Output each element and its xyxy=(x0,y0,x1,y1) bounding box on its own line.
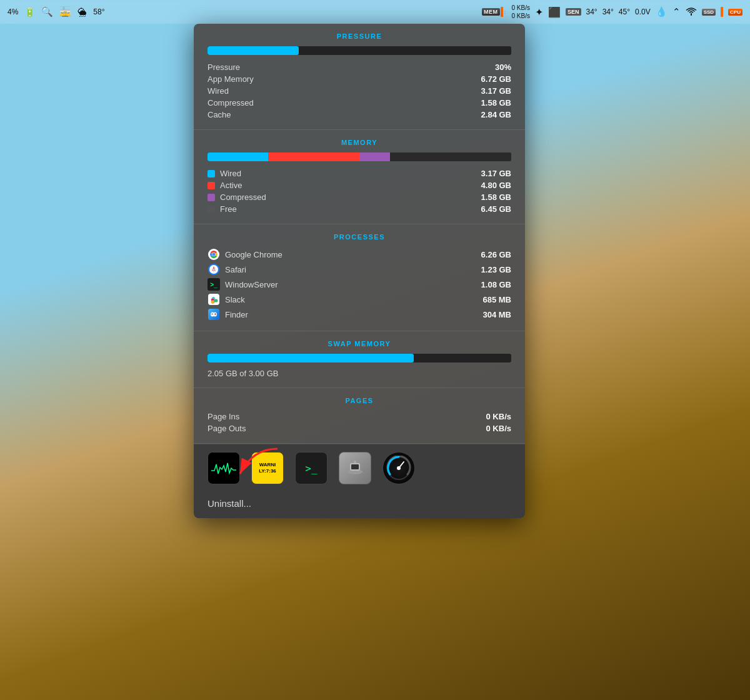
pages-row-ins: Page Ins 0 KB/s xyxy=(208,411,511,422)
uninstall-row: Uninstall... xyxy=(194,492,525,518)
svg-point-15 xyxy=(215,314,216,315)
windowserver-icon: >_ xyxy=(208,278,220,291)
svg-point-21 xyxy=(354,461,356,463)
dock-area: WARNI LY:7:36 >_ xyxy=(194,444,525,492)
temp1: 34° xyxy=(586,8,598,16)
orange-bar xyxy=(721,7,723,17)
pages-row-outs: Page Outs 0 KB/s xyxy=(208,422,511,434)
display-icon: ⬛ xyxy=(548,6,561,18)
process-chrome: Google Chrome 6.26 GB xyxy=(208,247,511,262)
process-slack: Slack 685 MB xyxy=(208,292,511,307)
mem-badge: MEM xyxy=(482,8,500,16)
sen-badge: SEN xyxy=(566,8,581,16)
process-finder: Finder 304 MB xyxy=(208,307,511,322)
swap-label: 2.05 GB of 3.00 GB xyxy=(208,369,278,378)
svg-rect-20 xyxy=(351,464,359,469)
battery-pct: 4% xyxy=(8,8,18,16)
memory-row-active: Active 4.80 GB xyxy=(208,179,511,191)
memory-row-free: Free 6.45 GB xyxy=(208,203,511,215)
wired-dot xyxy=(208,170,215,178)
chrome-icon xyxy=(208,248,220,261)
temp2: 34° xyxy=(602,8,614,16)
ssd-badge: SSD xyxy=(702,9,716,16)
cpu-badge: CPU xyxy=(728,9,742,16)
mem-arrow: ↕ xyxy=(504,9,507,16)
pressure-row-app-memory: App Memory 6.72 GB xyxy=(208,73,511,85)
seg-wired xyxy=(208,152,268,161)
memory-section: MEMORY Wired 3.17 GB Active 4.80 GB Com xyxy=(194,130,525,224)
seg-compressed xyxy=(359,152,390,161)
pages-section: PAGES Page Ins 0 KB/s Page Outs 0 KB/s xyxy=(194,388,525,444)
pressure-row-cache: Cache 2.84 GB xyxy=(208,109,511,121)
pressure-title: PRESSURE xyxy=(208,32,511,40)
svg-point-24 xyxy=(397,466,401,470)
process-safari: Safari 1.23 GB xyxy=(208,262,511,277)
swap-bar-fill xyxy=(208,354,414,362)
pressure-row-pressure: Pressure 30% xyxy=(208,61,511,73)
svg-point-14 xyxy=(212,314,213,315)
svg-point-2 xyxy=(212,253,216,256)
pressure-section: PRESSURE Pressure 30% App Memory 6.72 GB… xyxy=(194,24,525,130)
memory-row-wired: Wired 3.17 GB xyxy=(208,168,511,179)
memory-segmented-bar xyxy=(208,152,511,161)
weather-icon: 🌦 xyxy=(78,7,87,18)
magnify-icon: 🔍 xyxy=(41,6,53,18)
processes-section: PROCESSES Google Chrome xyxy=(194,224,525,331)
uninstall-label[interactable]: Uninstall... xyxy=(208,498,251,509)
memory-row-compressed: Compressed 1.58 GB xyxy=(208,191,511,203)
slack-icon xyxy=(208,293,220,306)
red-arrow xyxy=(234,446,284,483)
memory-popup: PRESSURE Pressure 30% App Memory 6.72 GB… xyxy=(194,24,525,518)
safari-icon xyxy=(208,263,220,276)
pages-title: PAGES xyxy=(208,397,511,404)
cursor-icon: ⌃ xyxy=(672,6,681,18)
pressure-row-compressed: Compressed 1.58 GB xyxy=(208,97,511,109)
voltage: 0.0V xyxy=(635,8,651,16)
processes-title: PROCESSES xyxy=(208,233,511,241)
temp3: 45° xyxy=(619,8,630,16)
free-dot xyxy=(208,206,215,213)
weather-temp: 58° xyxy=(93,8,104,16)
system-info-icon[interactable] xyxy=(339,452,371,484)
mem-indicator[interactable]: MEM ↕ xyxy=(482,7,507,17)
memory-title: MEMORY xyxy=(208,139,511,146)
process-windowserver: >_ WindowServer 1.08 GB xyxy=(208,277,511,292)
compressed-dot xyxy=(208,194,215,201)
swap-section: SWAP MEMORY 2.05 GB of 3.00 GB xyxy=(194,331,525,388)
terminal-icon[interactable]: >_ xyxy=(295,452,328,484)
battery-icon: 🔋 xyxy=(24,7,35,17)
active-dot xyxy=(208,182,215,189)
pressure-row-wired: Wired 3.17 GB xyxy=(208,85,511,97)
istatistica-icon[interactable] xyxy=(382,452,415,484)
drop-icon: 💧 xyxy=(656,6,668,18)
pressure-bar-fill xyxy=(208,46,299,55)
swap-title: SWAP MEMORY xyxy=(208,340,511,348)
activity-monitor-wrapper xyxy=(208,452,240,484)
wifi-icon xyxy=(686,7,697,18)
swap-bar-container xyxy=(208,354,511,362)
net-speeds: 0 KB/s 0 KB/s xyxy=(512,4,530,20)
train-icon: 🚋 xyxy=(59,6,71,18)
seg-active xyxy=(268,152,359,161)
crosshair-icon: ✦ xyxy=(535,6,543,18)
pressure-bar-container xyxy=(208,46,511,55)
seg-free xyxy=(390,152,511,161)
finder-icon xyxy=(208,308,220,321)
menubar: 4% 🔋 🔍 🚋 🌦 58° MEM ↕ 0 KB/s 0 KB/s ✦ ⬛ S… xyxy=(0,0,750,24)
